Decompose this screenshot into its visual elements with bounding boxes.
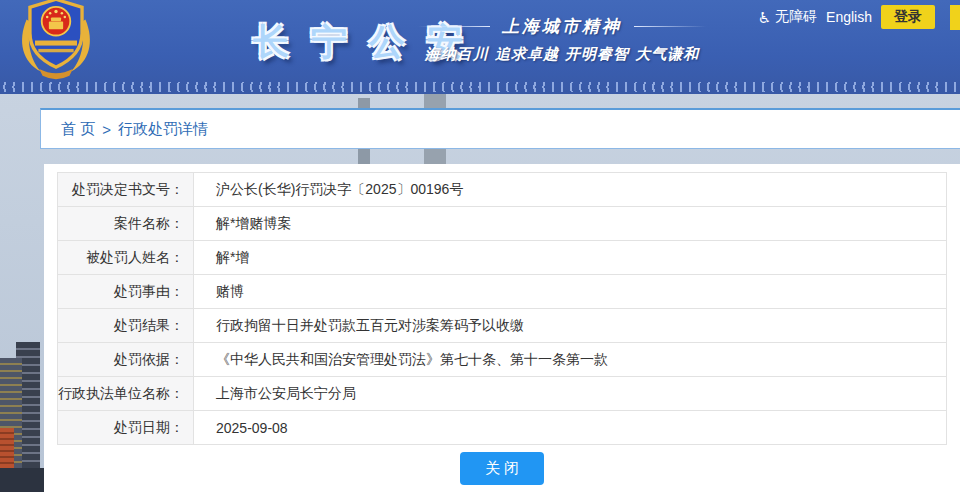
accessibility-label: 无障碍 bbox=[775, 8, 817, 26]
chevron-pattern-band bbox=[0, 82, 960, 92]
row-value: 沪公长(长华)行罚决字〔2025〕00196号 bbox=[194, 173, 946, 206]
row-value: 解*增赌博案 bbox=[194, 207, 946, 240]
close-button-row: 关 闭 bbox=[44, 452, 960, 485]
table-row: 案件名称： 解*增赌博案 bbox=[58, 207, 946, 241]
background-building bbox=[0, 468, 44, 492]
table-row: 处罚日期： 2025-09-08 bbox=[58, 411, 946, 445]
accessibility-link[interactable]: ♿ 无障碍 bbox=[758, 8, 817, 26]
row-value: 2025-09-08 bbox=[194, 411, 946, 444]
police-badge-icon bbox=[14, 0, 98, 84]
row-label: 处罚日期： bbox=[58, 411, 194, 444]
row-value: 行政拘留十日并处罚款五百元对涉案筹码予以收缴 bbox=[194, 309, 946, 342]
wheelchair-icon: ♿ bbox=[758, 10, 771, 25]
breadcrumb: 首 页 > 行政处罚详情 bbox=[40, 108, 960, 149]
row-label: 案件名称： bbox=[58, 207, 194, 240]
row-label: 处罚结果： bbox=[58, 309, 194, 342]
row-value: 上海市公安局长宁分局 bbox=[194, 377, 946, 410]
table-row: 处罚结果： 行政拘留十日并处罚款五百元对涉案筹码予以收缴 bbox=[58, 309, 946, 343]
table-row: 处罚事由： 赌博 bbox=[58, 275, 946, 309]
penalty-detail-table: 处罚决定书文号： 沪公长(长华)行罚决字〔2025〕00196号 案件名称： 解… bbox=[57, 172, 947, 445]
row-label: 处罚依据： bbox=[58, 343, 194, 376]
row-value: 赌博 bbox=[194, 275, 946, 308]
table-row: 处罚决定书文号： 沪公长(长华)行罚决字〔2025〕00196号 bbox=[58, 173, 946, 207]
close-button[interactable]: 关 闭 bbox=[460, 452, 544, 485]
edge-button-sliver[interactable] bbox=[950, 5, 960, 30]
top-utility-bar: ♿ 无障碍 English 登录 bbox=[758, 5, 935, 29]
row-label: 被处罚人姓名： bbox=[58, 241, 194, 274]
row-value: 《中华人民共和国治安管理处罚法》第七十条、第十一条第一款 bbox=[194, 343, 946, 376]
penalty-detail-panel: 处罚决定书文号： 沪公长(长华)行罚决字〔2025〕00196号 案件名称： 解… bbox=[44, 164, 960, 492]
slogan-rule-left bbox=[418, 26, 490, 27]
row-label: 行政执法单位名称： bbox=[58, 377, 194, 410]
spirit-motto: 海纳百川 追求卓越 开明睿智 大气谦和 bbox=[412, 45, 712, 64]
city-spirit-slogan: 上海城市精神 海纳百川 追求卓越 开明睿智 大气谦和 bbox=[412, 15, 712, 64]
row-value: 解*增 bbox=[194, 241, 946, 274]
site-header: 长 宁 公 安 上海城市精神 海纳百川 追求卓越 开明睿智 大气谦和 ♿ 无障碍… bbox=[0, 0, 960, 94]
english-link[interactable]: English bbox=[826, 9, 872, 25]
breadcrumb-current: 行政处罚详情 bbox=[118, 120, 208, 139]
login-button[interactable]: 登录 bbox=[881, 5, 935, 29]
background-building bbox=[0, 428, 14, 468]
row-label: 处罚决定书文号： bbox=[58, 173, 194, 206]
row-label: 处罚事由： bbox=[58, 275, 194, 308]
breadcrumb-separator: > bbox=[102, 121, 111, 138]
table-row: 处罚依据： 《中华人民共和国治安管理处罚法》第七十条、第十一条第一款 bbox=[58, 343, 946, 377]
slogan-rule-right bbox=[634, 26, 706, 27]
spirit-title: 上海城市精神 bbox=[502, 15, 622, 38]
page: 长 宁 公 安 上海城市精神 海纳百川 追求卓越 开明睿智 大气谦和 ♿ 无障碍… bbox=[0, 0, 960, 492]
breadcrumb-home-link[interactable]: 首 页 bbox=[61, 120, 95, 139]
table-row: 被处罚人姓名： 解*增 bbox=[58, 241, 946, 275]
table-row: 行政执法单位名称： 上海市公安局长宁分局 bbox=[58, 377, 946, 411]
